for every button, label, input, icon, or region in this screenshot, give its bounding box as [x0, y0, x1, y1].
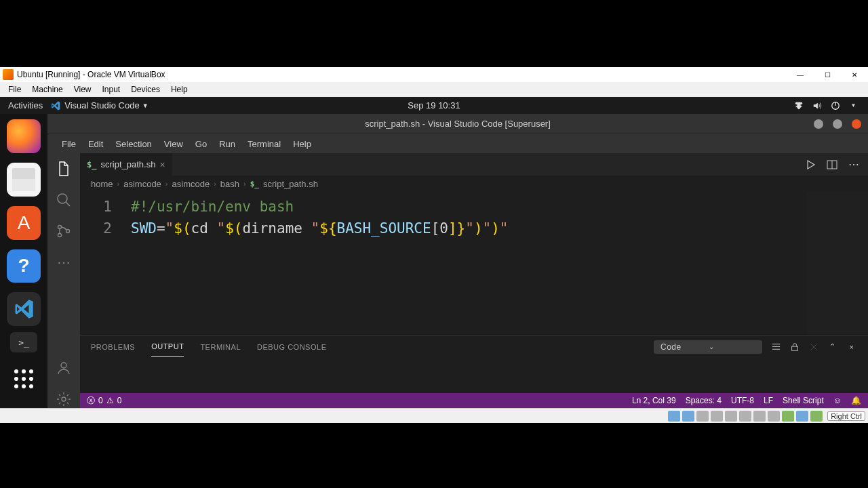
- virtualbox-icon: [3, 69, 14, 80]
- dock-terminal[interactable]: >_: [10, 332, 37, 352]
- vscode-titlebar[interactable]: script_path.sh - Visual Studio Code [Sup…: [47, 114, 868, 134]
- panel-tab-debug[interactable]: DEBUG CONSOLE: [257, 338, 326, 357]
- chevron-up-icon[interactable]: ⌃: [827, 342, 838, 352]
- breadcrumb[interactable]: home› asimcode› asimcode› bash› $_ scrip…: [80, 176, 868, 192]
- crumb-asimcode2[interactable]: asimcode: [172, 179, 210, 189]
- dock-vscode[interactable]: [7, 292, 41, 326]
- dock-files[interactable]: [7, 163, 41, 197]
- panel-tab-terminal[interactable]: TERMINAL: [200, 338, 241, 357]
- virtualbox-titlebar[interactable]: Ubuntu [Running] - Oracle VM VirtualBox …: [0, 67, 868, 82]
- window-minimize-button[interactable]: —: [787, 71, 814, 79]
- dock-software[interactable]: A: [7, 206, 41, 240]
- feedback-icon[interactable]: ☺: [833, 396, 842, 405]
- eol[interactable]: LF: [764, 396, 773, 405]
- menu-terminal[interactable]: Terminal: [241, 139, 287, 149]
- warning-count[interactable]: 0: [117, 396, 122, 405]
- dock-help[interactable]: ?: [7, 249, 41, 283]
- minimap[interactable]: [807, 192, 868, 335]
- chevron-down-icon[interactable]: ▼: [848, 100, 859, 110]
- clock[interactable]: Sep 19 10:31: [408, 100, 460, 110]
- vscode-maximize-button[interactable]: [833, 119, 842, 129]
- dock-show-applications[interactable]: [7, 362, 41, 396]
- app-menu-label: Visual Studio Code: [64, 100, 139, 110]
- lock-icon[interactable]: [789, 342, 800, 352]
- vbox-menu-view[interactable]: View: [68, 85, 97, 94]
- vbox-menu-devices[interactable]: Devices: [125, 85, 165, 94]
- volume-icon[interactable]: [812, 100, 822, 110]
- vbox-keyboard-icon[interactable]: [810, 411, 823, 422]
- source-control-icon[interactable]: [55, 222, 73, 240]
- encoding[interactable]: UTF-8: [731, 396, 754, 405]
- vscode-minimize-button[interactable]: [814, 119, 823, 129]
- notifications-icon[interactable]: 🔔: [851, 396, 861, 405]
- dock-firefox[interactable]: [7, 119, 41, 153]
- window-maximize-button[interactable]: ☐: [814, 71, 841, 79]
- extensions-icon[interactable]: ⋯: [55, 253, 73, 271]
- chevron-right-icon: ›: [243, 180, 246, 188]
- vscode-window: script_path.sh - Visual Studio Code [Sup…: [47, 114, 868, 408]
- menu-edit[interactable]: Edit: [82, 139, 109, 149]
- vbox-shared-icon[interactable]: [739, 411, 751, 422]
- error-count[interactable]: 0: [98, 396, 103, 405]
- vbox-cpu-icon[interactable]: [782, 411, 794, 422]
- menu-help[interactable]: Help: [287, 139, 317, 149]
- network-icon[interactable]: [793, 100, 804, 110]
- vbox-optical-icon[interactable]: [682, 411, 694, 422]
- tab-script-path[interactable]: $_ script_path.sh ×: [80, 153, 173, 176]
- gnome-status-area[interactable]: ▼: [793, 100, 868, 110]
- output-content[interactable]: [80, 358, 868, 393]
- language-mode[interactable]: Shell Script: [783, 396, 824, 405]
- clear-icon[interactable]: [808, 342, 819, 352]
- shell-file-icon: $_: [87, 160, 96, 169]
- accounts-icon[interactable]: [55, 359, 73, 377]
- error-icon[interactable]: ⓧ: [87, 395, 95, 407]
- crumb-asimcode[interactable]: asimcode: [123, 179, 161, 189]
- close-panel-icon[interactable]: ×: [846, 342, 857, 352]
- shell-file-icon: $_: [250, 180, 259, 188]
- settings-icon[interactable]: [55, 390, 73, 408]
- vscode-close-button[interactable]: [852, 119, 861, 129]
- menu-run[interactable]: Run: [213, 139, 241, 149]
- code-editor[interactable]: 1 #!/usr/bin/env bash 2 SWD="$(cd "$(dir…: [80, 192, 868, 335]
- more-actions-icon[interactable]: ⋯: [848, 159, 860, 171]
- output-channel-selector[interactable]: Code ⌄: [654, 340, 762, 354]
- vbox-usb-icon[interactable]: [725, 411, 737, 422]
- virtualbox-statusbar: Right Ctrl: [0, 408, 868, 423]
- vbox-menu-file[interactable]: File: [3, 85, 26, 94]
- menu-go[interactable]: Go: [189, 139, 213, 149]
- warning-icon[interactable]: ⚠: [106, 396, 114, 405]
- vbox-display-icon[interactable]: [753, 411, 766, 422]
- svg-point-5: [58, 226, 62, 229]
- activities-button[interactable]: Activities: [0, 100, 51, 110]
- vbox-hdd-icon[interactable]: [668, 411, 680, 422]
- window-close-button[interactable]: ✕: [841, 71, 868, 79]
- split-editor-icon[interactable]: [826, 159, 838, 171]
- crumb-file[interactable]: script_path.sh: [263, 179, 318, 189]
- vbox-network-icon[interactable]: [711, 411, 723, 422]
- crumb-home[interactable]: home: [91, 179, 113, 189]
- crumb-bash[interactable]: bash: [220, 179, 239, 189]
- vbox-audio-icon[interactable]: [696, 411, 709, 422]
- host-key[interactable]: Right Ctrl: [827, 411, 865, 421]
- menu-file[interactable]: File: [56, 139, 82, 149]
- tab-close-icon[interactable]: ×: [159, 159, 165, 170]
- list-icon[interactable]: [770, 342, 781, 352]
- vbox-menu-machine[interactable]: Machine: [26, 85, 68, 94]
- vbox-recording-icon[interactable]: [768, 411, 780, 422]
- vbox-mouse-icon[interactable]: [796, 411, 808, 422]
- menu-view[interactable]: View: [158, 139, 189, 149]
- panel-tab-problems[interactable]: PROBLEMS: [91, 338, 135, 357]
- search-icon[interactable]: [55, 191, 73, 209]
- explorer-icon[interactable]: [55, 160, 73, 178]
- indentation[interactable]: Spaces: 4: [686, 396, 722, 405]
- app-menu-button[interactable]: Visual Studio Code ▼: [51, 100, 148, 110]
- vbox-menu-help[interactable]: Help: [165, 85, 193, 94]
- panel-tab-output[interactable]: OUTPUT: [151, 337, 184, 357]
- menu-selection[interactable]: Selection: [109, 139, 157, 149]
- run-icon[interactable]: [804, 159, 816, 171]
- chevron-right-icon: ›: [117, 180, 120, 188]
- vbox-menu-input[interactable]: Input: [97, 85, 126, 94]
- power-icon[interactable]: [830, 100, 840, 110]
- cursor-position[interactable]: Ln 2, Col 39: [632, 396, 676, 405]
- tab-label: script_path.sh: [100, 159, 155, 169]
